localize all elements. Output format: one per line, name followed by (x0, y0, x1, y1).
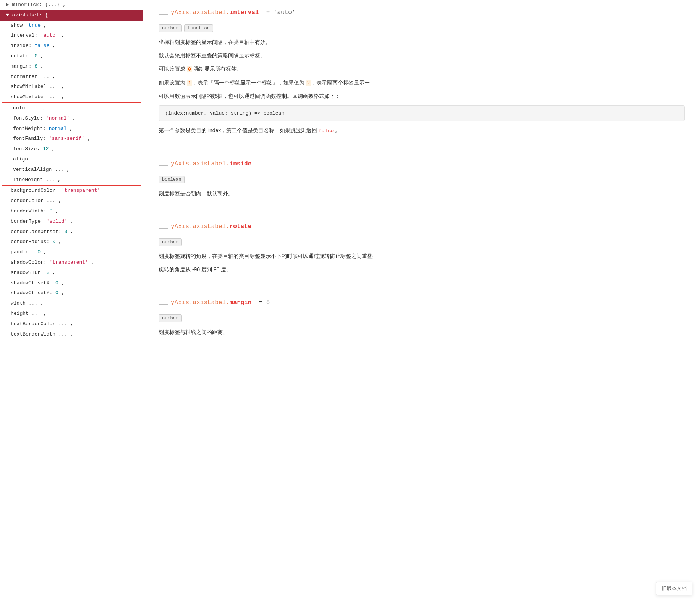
selected-box: color ... , fontStyle: 'normal' , fontWe… (2, 102, 141, 186)
prop-name-margin: margin (230, 299, 252, 306)
rotate-desc-2: 旋转的角度从 -90 度到 90 度。 (159, 265, 685, 274)
sidebar-item-axislabel-header[interactable]: ▼ axisLabel: { (0, 10, 143, 21)
inline-code-0: 0 (187, 66, 192, 72)
sidebar-item-margin[interactable]: margin: 8 , (0, 62, 143, 72)
sidebar-item-minortick[interactable]: ► minorTick: {...} , (0, 0, 143, 10)
sidebar-item-shadowoffsetx[interactable]: shadowOffsetX: 0 , (0, 278, 143, 289)
sidebar-item-showmaxlabel[interactable]: showMaxLabel ... , (0, 92, 143, 102)
sidebar-item-padding[interactable]: padding: 0 , (0, 247, 143, 258)
sidebar-item-borderdashoffset[interactable]: borderDashOffset: 0 , (0, 227, 143, 237)
sidebar-item-rotate[interactable]: rotate: 0 , (0, 51, 143, 62)
sidebar-item-fontsize[interactable]: fontSize: 12 , (2, 144, 141, 154)
prop-title-inside: yAxis.axisLabel.inside (171, 160, 251, 167)
old-doc-button[interactable]: 旧版本文档 (656, 582, 692, 595)
sidebar-item-color[interactable]: color ... , (2, 103, 141, 113)
divider-line-margin (159, 304, 168, 305)
sidebar-item-textborderwidth[interactable]: textBorderWidth ... , (0, 329, 143, 340)
interval-code-block: (index:number, value: string) => boolean (159, 105, 685, 121)
sidebar-item-borderradius[interactable]: borderRadius: 0 , (0, 237, 143, 247)
prop-default-margin: 8 (266, 299, 270, 306)
sidebar-item-inside[interactable]: inside: false , (0, 41, 143, 51)
sidebar-item-lineheight[interactable]: lineHeight ... , (2, 175, 141, 185)
type-badge-number-margin: number (159, 314, 182, 322)
axislabel-after-props: backgroundColor: 'transparent' borderCol… (0, 186, 143, 339)
inline-code-false: false (319, 128, 334, 134)
interval-desc-4: 如果设置为 1，表示『隔一个标签显示一个标签』，如果值为 2，表示隔两个标签显示… (159, 78, 685, 88)
prop-name-inside: inside (230, 160, 252, 167)
prop-default: 'auto' (274, 9, 296, 16)
divider-line-rotate (159, 228, 168, 229)
divider-line (159, 14, 168, 15)
section-divider-margin: yAxis.axisLabel.margin = 8 (159, 299, 685, 310)
prop-equals-margin: = (259, 299, 262, 306)
sidebar-item-align[interactable]: align ... , (2, 154, 141, 165)
sidebar-item-fontweight[interactable]: fontWeight: normal , (2, 124, 141, 134)
sidebar-item-show[interactable]: show: true , (0, 21, 143, 31)
sidebar-item-backgroundcolor[interactable]: backgroundColor: 'transparent' (0, 186, 143, 196)
prop-title-rotate: yAxis.axisLabel.rotate (171, 223, 251, 230)
sidebar-item-label: ► minorTick: {...} , (6, 2, 66, 8)
type-badge-boolean: boolean (159, 176, 185, 183)
sidebar-item-shadowblur[interactable]: shadowBlur: 0 , (0, 268, 143, 278)
type-badge-function: Function (184, 24, 213, 32)
section-margin: yAxis.axisLabel.margin = 8 number 刻度标签与轴… (159, 290, 685, 337)
type-badges-rotate: number (159, 238, 685, 246)
prop-prefix-rotate: yAxis.axisLabel. (171, 223, 230, 230)
section-interval: yAxis.axisLabel.interval = 'auto' number… (159, 0, 685, 136)
inside-desc-1: 刻度标签是否朝内，默认朝外。 (159, 189, 685, 198)
divider-line-inside (159, 165, 168, 166)
prop-equals: = (266, 9, 270, 16)
type-badge-number-rotate: number (159, 238, 182, 246)
sidebar-item-shadowcolor[interactable]: shadowColor: 'transparent' , (0, 258, 143, 268)
prop-prefix-inside: yAxis.axisLabel. (171, 160, 230, 167)
prop-title-interval: yAxis.axisLabel.interval = 'auto' (171, 9, 295, 16)
section-divider-rotate: yAxis.axisLabel.rotate (159, 223, 685, 234)
sidebar-item-label: ▼ axisLabel: { (6, 12, 48, 18)
sidebar-item-fontstyle[interactable]: fontStyle: 'normal' , (2, 113, 141, 124)
interval-desc-6: 第一个参数是类目的 index，第二个值是类目名称，如果跳过则返回 false … (159, 126, 685, 135)
sidebar-item-textbordercolor[interactable]: textBorderColor ... , (0, 319, 143, 329)
interval-desc-3: 可以设置成 0 强制显示所有标签。 (159, 64, 685, 74)
prop-name: interval (230, 9, 259, 16)
type-badges-inside: boolean (159, 176, 685, 183)
axislabel-props: show: true , interval: 'auto' , inside: … (0, 21, 143, 102)
sidebar-item-borderwidth[interactable]: borderWidth: 0 , (0, 206, 143, 217)
interval-desc-1: 坐标轴刻度标签的显示间隔，在类目轴中有效。 (159, 37, 685, 47)
section-inside: yAxis.axisLabel.inside boolean 刻度标签是否朝内，… (159, 151, 685, 198)
margin-desc-1: 刻度标签与轴线之间的距离。 (159, 327, 685, 337)
interval-desc-2: 默认会采用标签不重叠的策略间隔显示标签。 (159, 51, 685, 60)
section-divider-inside: yAxis.axisLabel.inside (159, 160, 685, 171)
interval-desc-5: 可以用数值表示间隔的数据，也可以通过回调函数控制。回调函数格式如下： (159, 91, 685, 101)
sidebar-item-fontfamily[interactable]: fontFamily: 'sans-serif' , (2, 134, 141, 144)
inline-code-2: 2 (306, 80, 311, 86)
rotate-desc-1: 刻度标签旋转的角度，在类目轴的类目标签显示不下的时候可以通过旋转防止标签之间重叠 (159, 251, 685, 261)
section-divider-interval: yAxis.axisLabel.interval = 'auto' (159, 9, 685, 20)
sidebar[interactable]: ► minorTick: {...} , ▼ axisLabel: { show… (0, 0, 143, 603)
inline-code-1: 1 (187, 80, 192, 86)
prop-title-margin: yAxis.axisLabel.margin = 8 (171, 299, 270, 306)
sidebar-item-bordertype[interactable]: borderType: 'solid' , (0, 217, 143, 227)
sidebar-item-verticalalign[interactable]: verticalAlign ... , (2, 165, 141, 175)
type-badges-interval: number Function (159, 24, 685, 32)
section-rotate: yAxis.axisLabel.rotate number 刻度标签旋转的角度，… (159, 214, 685, 274)
sidebar-item-interval[interactable]: interval: 'auto' , (0, 31, 143, 41)
sidebar-item-showminlabel[interactable]: showMinLabel ... , (0, 82, 143, 92)
prop-prefix: yAxis.axisLabel. (171, 9, 230, 16)
sidebar-item-bordercolor[interactable]: borderColor ... , (0, 196, 143, 206)
sidebar-item-width[interactable]: width ... , (0, 298, 143, 309)
type-badge-number: number (159, 24, 182, 32)
sidebar-item-formatter[interactable]: formatter ... , (0, 72, 143, 82)
sidebar-item-shadowoffsety[interactable]: shadowOffsetY: 0 , (0, 288, 143, 298)
content-panel: yAxis.axisLabel.interval = 'auto' number… (143, 0, 700, 603)
prop-name-rotate: rotate (230, 223, 252, 230)
sidebar-item-height[interactable]: height ... , (0, 309, 143, 319)
type-badges-margin: number (159, 314, 685, 322)
prop-prefix-margin: yAxis.axisLabel. (171, 299, 230, 306)
